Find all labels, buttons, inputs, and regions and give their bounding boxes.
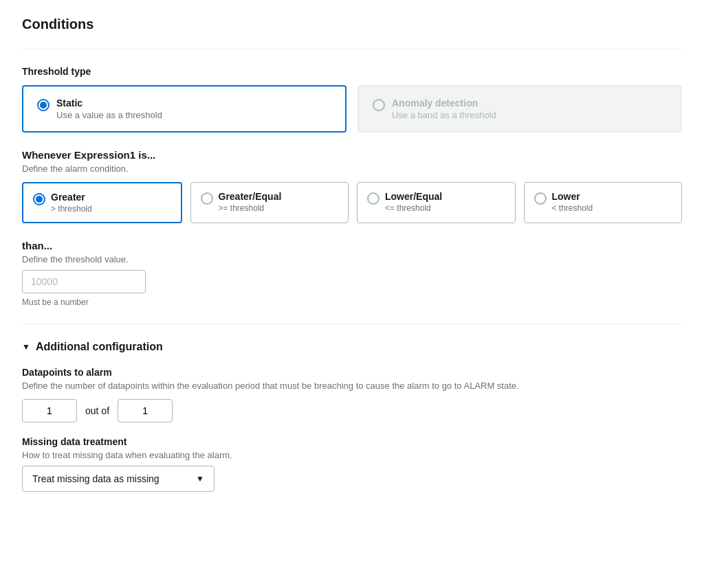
- anomaly-title: Anomaly detection: [392, 98, 496, 109]
- additional-config-header[interactable]: ▼ Additional configuration: [22, 341, 682, 353]
- lower-sub: < threshold: [552, 203, 593, 213]
- datapoints-sub: Define the number of datapoints within t…: [22, 381, 682, 391]
- threshold-card-static[interactable]: Static Use a value as a threshold: [22, 85, 346, 133]
- radio-greater: [33, 193, 45, 205]
- datapoints-section: Datapoints to alarm Define the number of…: [22, 367, 682, 422]
- than-sub: Define the threshold value.: [22, 254, 682, 264]
- lower-equal-label: Lower/Equal: [385, 191, 442, 202]
- static-title: Static: [56, 98, 162, 109]
- page-title: Conditions: [22, 16, 682, 32]
- lower-equal-text: Lower/Equal <= threshold: [385, 191, 442, 213]
- expression-sub: Define the alarm condition.: [22, 163, 682, 174]
- than-section: than... Define the threshold value. Must…: [22, 240, 682, 307]
- anomaly-subtitle: Use a band as a threshold: [392, 110, 496, 120]
- radio-lower: [534, 192, 547, 205]
- condition-lower-equal[interactable]: Lower/Equal <= threshold: [357, 182, 516, 223]
- out-of-label: out of: [85, 405, 109, 416]
- threshold-type-row: Static Use a value as a threshold Anomal…: [22, 85, 682, 133]
- greater-text: Greater > threshold: [51, 192, 92, 214]
- static-card-text: Static Use a value as a threshold: [56, 98, 162, 120]
- condition-greater-equal[interactable]: Greater/Equal >= threshold: [190, 182, 349, 223]
- must-be-number-hint: Must be a number: [22, 297, 682, 307]
- missing-data-dropdown[interactable]: Treat missing data as missing ▼: [22, 466, 214, 492]
- middle-divider: [22, 324, 682, 324]
- condition-greater[interactable]: Greater > threshold: [22, 182, 182, 223]
- condition-options-row: Greater > threshold Greater/Equal >= thr…: [22, 182, 682, 223]
- expression-title: Whenever Expression1 is...: [22, 149, 682, 161]
- threshold-value-input[interactable]: [22, 270, 146, 293]
- collapse-icon: ▼: [22, 342, 30, 352]
- datapoints-row: out of: [22, 399, 682, 422]
- datapoints-input-2[interactable]: [118, 399, 173, 422]
- greater-label: Greater: [51, 192, 92, 203]
- lower-text: Lower < threshold: [552, 191, 593, 213]
- radio-greater-equal: [201, 192, 213, 205]
- threshold-card-anomaly[interactable]: Anomaly detection Use a band as a thresh…: [358, 85, 682, 133]
- additional-config-section: ▼ Additional configuration Datapoints to…: [22, 341, 682, 492]
- radio-static: [37, 99, 50, 111]
- dropdown-arrow-icon: ▼: [196, 474, 204, 484]
- threshold-type-section: Threshold type Static Use a value as a t…: [22, 66, 682, 133]
- missing-data-section: Missing data treatment How to treat miss…: [22, 436, 682, 492]
- missing-data-label: Missing data treatment: [22, 436, 682, 447]
- condition-lower[interactable]: Lower < threshold: [524, 182, 683, 223]
- top-divider: [22, 49, 682, 49]
- greater-equal-text: Greater/Equal >= threshold: [219, 191, 282, 213]
- static-subtitle: Use a value as a threshold: [56, 110, 162, 120]
- radio-anomaly: [373, 99, 385, 111]
- greater-equal-sub: >= threshold: [219, 203, 282, 213]
- radio-greater-inner: [36, 196, 43, 203]
- page-container: Conditions Threshold type Static Use a v…: [0, 0, 704, 508]
- lower-equal-sub: <= threshold: [385, 203, 442, 213]
- datapoints-input-1[interactable]: [22, 399, 77, 422]
- anomaly-card-text: Anomaly detection Use a band as a thresh…: [392, 98, 496, 120]
- greater-sub: > threshold: [51, 204, 92, 214]
- datapoints-label: Datapoints to alarm: [22, 367, 682, 378]
- missing-data-selected-value: Treat missing data as missing: [32, 473, 160, 484]
- expression-section: Whenever Expression1 is... Define the al…: [22, 149, 682, 223]
- lower-label: Lower: [552, 191, 593, 202]
- threshold-type-label: Threshold type: [22, 66, 682, 77]
- missing-data-sub: How to treat missing data when evaluatin…: [22, 450, 682, 460]
- greater-equal-label: Greater/Equal: [219, 191, 282, 202]
- than-title: than...: [22, 240, 682, 251]
- radio-static-inner: [40, 102, 47, 109]
- additional-config-title: Additional configuration: [36, 341, 163, 353]
- radio-lower-equal: [367, 192, 380, 205]
